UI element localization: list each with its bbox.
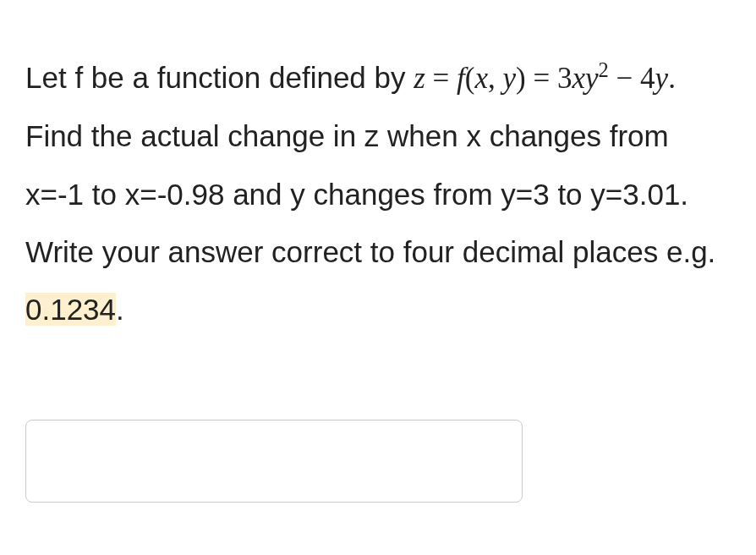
question-example-highlight: 0.1234 <box>25 293 116 326</box>
question-end: . <box>116 293 124 326</box>
question-body: Find the actual change in z when x chang… <box>25 119 715 268</box>
answer-input[interactable] <box>25 420 523 503</box>
question-intro: Let f be a function defined by <box>25 61 406 94</box>
question-text: Let f be a function defined by z = f(x, … <box>25 49 731 338</box>
question-equation: z = f(x, y) = 3xy2 − 4y. <box>414 62 676 95</box>
